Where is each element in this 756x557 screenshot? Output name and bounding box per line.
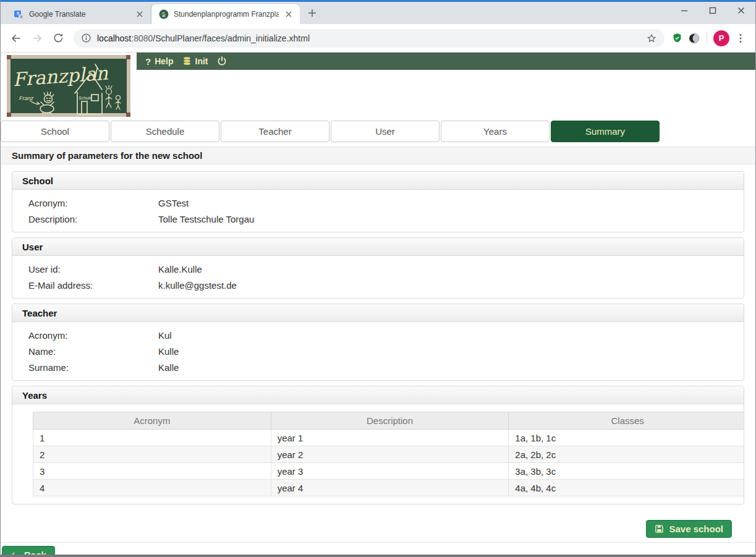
info-row-acronym: Acronym: Kul	[22, 327, 734, 343]
window-close-button[interactable]	[727, 0, 755, 20]
info-label: E-Mail address:	[22, 280, 158, 291]
google-translate-favicon	[14, 9, 24, 19]
tab-label: User	[375, 126, 395, 137]
info-value: Kalle	[158, 362, 734, 373]
profile-avatar[interactable]: P	[713, 30, 729, 46]
logout-power-icon[interactable]	[217, 56, 227, 66]
cell-description: year 1	[271, 430, 509, 446]
years-panel-body: Acronym Description Classes 1 year 1 1a,…	[12, 404, 744, 504]
tab-label: Summary	[585, 126, 625, 137]
school-panel-header: School	[12, 172, 744, 190]
reload-icon[interactable]	[49, 29, 67, 48]
browser-toolbar: localhost:8080/SchulPlaner/faces/admin_i…	[1, 24, 755, 53]
bookmark-star-icon[interactable]	[646, 33, 657, 44]
cell-classes: 4a, 4b, 4c	[509, 480, 744, 496]
init-label: Init	[195, 56, 208, 66]
info-value: Tolle Testschule Torgau	[158, 214, 734, 224]
init-menu-item[interactable]: Init	[182, 56, 208, 66]
info-row-email: E-Mail address: k.kulle@ggstest.de	[22, 277, 734, 293]
page-title: Summary of parameters for the new school	[1, 147, 755, 164]
back-arrow-icon	[11, 551, 19, 555]
forward-nav-icon[interactable]	[28, 29, 46, 48]
window-minimize-button[interactable]	[670, 0, 699, 20]
dark-mode-extension-icon[interactable]	[686, 30, 703, 47]
table-row: 2 year 2 2a, 2b, 2c	[33, 446, 745, 463]
school-panel-body: Acronym: GSTest Description: Tolle Tests…	[12, 190, 744, 232]
tab-school[interactable]: School	[1, 121, 109, 142]
window-maximize-button[interactable]	[699, 0, 727, 20]
page-info-icon[interactable]	[81, 33, 91, 43]
tab-label: Schedule	[146, 126, 185, 137]
browser-menu-icon[interactable]	[732, 30, 749, 47]
franzplan-logo: Franzplan Franz	[7, 55, 130, 117]
tab-years[interactable]: Years	[441, 121, 550, 142]
url-text[interactable]: localhost:8080/SchulPlaner/faces/admin_i…	[97, 33, 646, 43]
address-bar[interactable]: localhost:8080/SchulPlaner/faces/admin_i…	[74, 29, 665, 48]
app-nav-tabs: School Schedule Teacher User Years Summa…	[1, 121, 755, 142]
cell-description: year 2	[271, 446, 509, 463]
cell-description: year 4	[271, 480, 509, 496]
panel-title: Teacher	[22, 308, 57, 318]
info-row-description: Description: Tolle Testschule Torgau	[22, 211, 734, 227]
info-value: Kulle	[158, 346, 734, 357]
url-port: :8080	[131, 33, 153, 43]
info-row-acronym: Acronym: GSTest	[22, 195, 734, 211]
help-menu-item[interactable]: Help	[145, 56, 174, 67]
user-panel: User User id: Kalle.Kulle E-Mail address…	[12, 237, 744, 299]
info-value: k.kulle@ggstest.de	[158, 280, 734, 291]
browser-tab-franzplan[interactable]: Stundenplanprogramm Franzplan	[151, 4, 300, 24]
back-nav-icon[interactable]	[7, 29, 25, 48]
app-menubar: Help Init	[137, 53, 755, 70]
teacher-panel-header: Teacher	[12, 304, 744, 322]
info-row-surname: Surname: Kalle	[22, 359, 734, 375]
help-label: Help	[155, 56, 173, 66]
info-value: GSTest	[158, 198, 734, 208]
cell-classes: 3a, 3b, 3c	[509, 463, 744, 480]
back-button[interactable]: Back	[2, 546, 55, 555]
browser-tab-google-translate[interactable]: Google Translate	[7, 4, 151, 24]
tab-close-icon[interactable]	[135, 9, 145, 19]
teacher-panel: Teacher Acronym: Kul Name: Kulle Surname…	[12, 304, 744, 381]
browser-tab-strip: Google Translate Stundenplanprogramm Fra…	[1, 2, 755, 24]
user-panel-header: User	[12, 238, 744, 256]
panel-title: Years	[22, 390, 47, 401]
url-path: /SchulPlaner/faces/admin_initialize.xhtm…	[153, 33, 310, 43]
save-button-label: Save school	[669, 524, 723, 534]
tab-close-icon[interactable]	[284, 9, 294, 19]
page-title-text: Summary of parameters for the new school	[12, 150, 202, 161]
table-row: 1 year 1 1a, 1b, 1c	[33, 430, 745, 446]
tab-teacher[interactable]: Teacher	[221, 121, 329, 142]
years-table: Acronym Description Classes 1 year 1 1a,…	[33, 412, 744, 496]
cell-classes: 1a, 1b, 1c	[509, 430, 744, 446]
save-school-button[interactable]: Save school	[646, 520, 732, 538]
tab-label: Teacher	[258, 126, 291, 137]
tab-label: School	[41, 126, 69, 137]
info-label: Name:	[22, 346, 158, 357]
logo-schule-text: Schule	[79, 96, 92, 100]
save-actions: Save school	[12, 509, 744, 538]
tab-user[interactable]: User	[331, 121, 440, 142]
info-label: User id:	[22, 264, 158, 274]
help-question-icon	[145, 56, 151, 67]
cell-classes: 2a, 2b, 2c	[509, 446, 744, 463]
tab-label: Years	[483, 126, 507, 137]
table-row: 4 year 4 4a, 4b, 4c	[33, 480, 745, 496]
cell-acronym: 1	[33, 430, 271, 446]
url-host: localhost	[97, 33, 131, 43]
save-floppy-icon	[655, 524, 664, 534]
window-controls	[670, 0, 755, 20]
shield-extension-icon[interactable]	[668, 30, 686, 47]
tab-schedule[interactable]: Schedule	[111, 121, 219, 142]
tab-summary[interactable]: Summary	[551, 121, 660, 142]
table-row: 3 year 3 3a, 3b, 3c	[33, 463, 745, 480]
franzplan-page: Help Init	[1, 53, 755, 555]
info-value: Kalle.Kulle	[158, 264, 734, 274]
info-label: Surname:	[22, 362, 158, 373]
profile-initial: P	[719, 33, 724, 43]
cell-acronym: 4	[33, 480, 271, 496]
new-tab-button[interactable]	[304, 4, 321, 22]
school-panel: School Acronym: GSTest Description: Toll…	[12, 171, 744, 232]
summary-content: School Acronym: GSTest Description: Toll…	[1, 164, 755, 538]
logo-franz-text: Franz	[19, 95, 34, 101]
info-label: Acronym:	[22, 198, 158, 208]
